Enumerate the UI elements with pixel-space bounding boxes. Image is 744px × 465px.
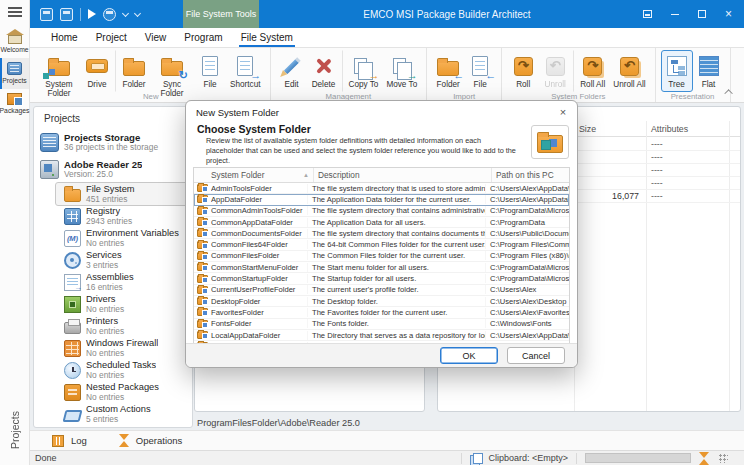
ribbon-button-folder[interactable]: Folder — [115, 50, 150, 92]
services-icon — [64, 252, 81, 269]
project-node-services[interactable]: Services 3 entries — [56, 249, 188, 271]
node-count: 451 entries — [86, 195, 135, 204]
folder-icon — [197, 263, 208, 271]
column-header-description[interactable]: Description — [313, 168, 491, 182]
folder-description: The Directory that serves as a data repo… — [307, 331, 485, 340]
contextual-tab-file-system-tools[interactable]: File System Tools — [183, 0, 259, 28]
folder-row-CommonFiles64Folder[interactable]: CommonFiles64Folder The 64-bit Common Fi… — [194, 239, 569, 250]
ribbon-group-label: Presentation — [656, 92, 730, 101]
ribbon-button-roll-all[interactable]: Roll All — [573, 50, 609, 92]
folder-path: C:\Program Files\Common Files — [485, 240, 569, 249]
cancel-button[interactable]: Cancel — [507, 347, 565, 364]
project-node-environment-variables[interactable]: Environment Variables No entries — [56, 227, 188, 249]
project-node-assemblies[interactable]: Assemblies 16 entries — [56, 271, 188, 293]
unroll-all-icon — [617, 53, 641, 79]
ok-button[interactable]: OK — [440, 347, 498, 364]
folder-row-AdminToolsFolder[interactable]: AdminToolsFolder The file system directo… — [194, 183, 569, 194]
run-icon[interactable] — [88, 9, 96, 19]
folder-row-CommonStartMenuFolder[interactable]: CommonStartMenuFolder The Start menu fol… — [194, 262, 569, 273]
folder-path: C:\Users\Public\Documents — [485, 229, 569, 238]
column-header-attributes[interactable]: Attributes — [651, 124, 688, 134]
folder-row-CommonStartupFolder[interactable]: CommonStartupFolder The Startup folder f… — [194, 273, 569, 284]
tab-View[interactable]: View — [136, 28, 176, 47]
project-node-registry[interactable]: Registry 2943 entries — [56, 205, 188, 227]
rail-item-packages[interactable]: Packages — [0, 89, 29, 119]
save-icon[interactable] — [40, 8, 53, 21]
project-node-projects-storage[interactable]: Projects Storage 36 projects in the stor… — [34, 129, 192, 156]
assemblies-icon — [64, 274, 81, 291]
folder-row-DesktopFolder[interactable]: DesktopFolder The Desktop folder. C:\Use… — [194, 296, 569, 307]
dropdown-icon[interactable] — [122, 9, 129, 16]
project-node-adobe-reader[interactable]: Adobe Reader 25 Version: 25.0 — [34, 156, 192, 183]
ribbon-button-shortcut[interactable]: Shortcut — [226, 50, 265, 92]
sync-icon[interactable] — [60, 8, 73, 21]
folder-row-LocalAppDataFolder[interactable]: LocalAppDataFolder The Directory that se… — [194, 330, 569, 341]
column-header-system-folder[interactable]: System Folder▲ — [194, 168, 313, 182]
project-node-custom-actions[interactable]: Custom Actions 5 entries — [56, 403, 188, 425]
tab-File System[interactable]: File System — [232, 28, 302, 47]
column-header-size[interactable]: Size — [579, 124, 596, 134]
close-icon[interactable]: × — [715, 0, 742, 28]
ribbon-button-delete[interactable]: Delete — [308, 50, 340, 92]
tab-Project[interactable]: Project — [87, 28, 136, 47]
folder-row-CommonAppDataFolder[interactable]: CommonAppDataFolder The Application Data… — [194, 217, 569, 228]
file-icon — [198, 53, 222, 79]
project-node-printers[interactable]: Printers No entries — [56, 315, 188, 337]
folder-path: C:\ProgramData\Microsoft\Windows\... — [485, 206, 569, 215]
project-node-nested-packages[interactable]: Nested Packages No entries — [56, 381, 188, 403]
folder-path: C:\Users\Alex\Desktop — [485, 297, 569, 306]
project-node-windows-firewall[interactable]: Windows Firewall No entries — [56, 337, 188, 359]
bottom-tab-log[interactable]: Log — [36, 431, 103, 450]
resize-grip[interactable] — [719, 454, 728, 463]
project-node-drivers[interactable]: Drivers No entries — [56, 293, 188, 315]
ribbon-button-file[interactable]: File — [194, 50, 226, 92]
ribbon-button-tree[interactable]: Tree — [661, 50, 693, 92]
folder-row-CommonAdminToolsFolder[interactable]: CommonAdminToolsFolder The file system d… — [194, 206, 569, 217]
dialog-description: Review the list of available system fold… — [206, 136, 518, 166]
wizard-icon-box — [531, 125, 569, 159]
bottom-tab-operations[interactable]: Operations — [103, 431, 198, 450]
tab-Home[interactable]: Home — [42, 28, 87, 47]
folder-row-CommonFilesFolder[interactable]: CommonFilesFolder The Common Files folde… — [194, 251, 569, 262]
storage-icon — [40, 133, 59, 152]
minimize-icon[interactable] — [661, 0, 688, 28]
ribbon-button-copy-to[interactable]: Copy To — [342, 50, 383, 92]
ribbon-button-import-folder[interactable]: Folder — [432, 50, 464, 92]
ribbon-options-icon[interactable] — [634, 0, 661, 28]
folder-name: AppDataFolder — [211, 195, 307, 204]
ribbon-button-unroll-all[interactable]: Unroll All — [609, 50, 649, 92]
maximize-icon[interactable] — [688, 0, 715, 28]
ribbon-button-move-to[interactable]: Move To — [382, 50, 421, 92]
qat-customize-icon[interactable] — [134, 9, 141, 16]
ribbon-button-flat[interactable]: Flat — [693, 50, 725, 92]
ribbon-button-unroll[interactable]: Unroll — [539, 50, 571, 92]
ribbon-button-import-file[interactable]: File — [464, 50, 496, 92]
column-header-path[interactable]: Path on this PC — [491, 168, 569, 182]
tab-Program[interactable]: Program — [175, 28, 231, 47]
folder-row-FontsFolder[interactable]: FontsFolder The Fonts folder. C:\Windows… — [194, 319, 569, 330]
ribbon-button-roll[interactable]: Roll — [507, 50, 539, 92]
hamburger-menu-icon[interactable] — [8, 7, 22, 9]
ribbon-button-label: File — [474, 81, 487, 90]
folder-row-AppDataFolder[interactable]: AppDataFolder The Application Data folde… — [194, 194, 569, 205]
project-node-scheduled-tasks[interactable]: Scheduled Tasks No entries — [56, 359, 188, 381]
tree-icon — [665, 53, 689, 79]
file-attributes: ---- — [651, 165, 663, 175]
close-icon[interactable]: × — [553, 103, 573, 121]
folder-row-CurrentUserProfileFolder[interactable]: CurrentUserProfileFolder The current use… — [194, 285, 569, 296]
ribbon-button-edit[interactable]: Edit — [276, 50, 308, 92]
folder-icon — [197, 297, 208, 305]
node-count: 2943 entries — [86, 217, 132, 226]
folder-icon — [197, 286, 208, 294]
ribbon-button-drive[interactable]: Drive — [81, 50, 113, 92]
node-name: Custom Actions — [86, 404, 151, 414]
folder-description: The Application Data for all users. — [307, 218, 485, 227]
chevron-up-icon[interactable] — [724, 87, 736, 97]
rail-item-welcome[interactable]: Welcome — [0, 25, 29, 58]
quick-access-toolbar — [40, 8, 140, 21]
folder-row-CommonDocumentsFolder[interactable]: CommonDocumentsFolder The file system di… — [194, 228, 569, 239]
package-icon[interactable] — [103, 8, 116, 21]
project-node-file-system[interactable]: File System 451 entries — [56, 183, 188, 205]
rail-item-projects[interactable]: Projects — [0, 58, 29, 89]
folder-row-FavoritesFolder[interactable]: FavoritesFolder The Favorites folder for… — [194, 307, 569, 318]
